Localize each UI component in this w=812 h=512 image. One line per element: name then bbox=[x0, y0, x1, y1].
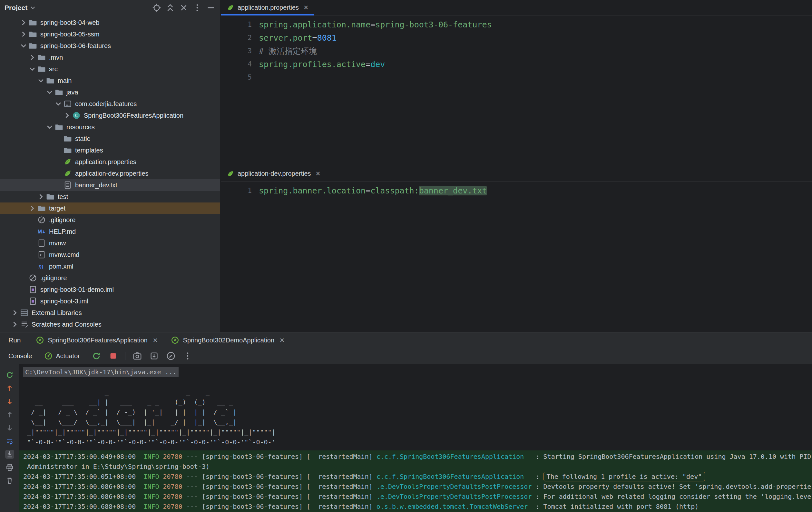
tree-item-com-coderjia-features[interactable]: com.coderjia.features bbox=[0, 98, 220, 110]
editor-line-1[interactable]: 1spring.banner.location=classpath:banner… bbox=[221, 184, 812, 197]
clear-icon[interactable] bbox=[5, 476, 14, 485]
more-vertical-icon[interactable] bbox=[193, 3, 202, 12]
tree-item-target[interactable]: target bbox=[0, 202, 220, 214]
tree-item-application-dev-properties[interactable]: application-dev.properties bbox=[0, 168, 220, 179]
folder-icon bbox=[54, 88, 64, 97]
editor2-content[interactable]: 1spring.banner.location=classpath:banner… bbox=[221, 181, 812, 332]
tree-item-static[interactable]: static bbox=[0, 133, 220, 144]
tree-item-banner-dev-txt[interactable]: banner_dev.txt bbox=[0, 179, 220, 191]
tree-item-mvnw-cmd[interactable]: mvnw.cmd bbox=[0, 249, 220, 260]
arrow-up-icon[interactable] bbox=[5, 384, 14, 393]
camera-icon[interactable] bbox=[133, 351, 142, 361]
code-text: server.port=8081 bbox=[252, 31, 337, 45]
gutter-divider bbox=[257, 16, 257, 166]
editor-line-1[interactable]: 1spring.application.name=spring-boot3-06… bbox=[221, 18, 812, 31]
arrow-up-icon[interactable] bbox=[5, 410, 14, 419]
tree-item-test[interactable]: test bbox=[0, 191, 220, 202]
tree-item-label: static bbox=[72, 135, 90, 143]
rerun-icon[interactable] bbox=[5, 370, 14, 379]
chevron-down-icon[interactable] bbox=[19, 41, 28, 50]
tab-application-dev-properties[interactable]: application-dev.properties ✕ bbox=[221, 166, 326, 181]
chevron-down-icon[interactable] bbox=[28, 64, 37, 74]
chevron-down-icon[interactable] bbox=[29, 4, 36, 11]
toolbar-icons bbox=[91, 351, 193, 361]
chevron-down-icon[interactable] bbox=[36, 76, 46, 85]
tree-item-spring-boot3-01-demo-iml[interactable]: spring-boot3-01-demo.iml bbox=[0, 284, 220, 295]
locate-icon[interactable] bbox=[152, 3, 162, 12]
stop-icon[interactable] bbox=[108, 351, 118, 361]
tree-item-external-libraries[interactable]: External Libraries bbox=[0, 307, 220, 318]
chevron-down-icon[interactable] bbox=[45, 88, 54, 97]
arrow-down-icon[interactable] bbox=[5, 423, 14, 432]
console-tab-label[interactable]: Console bbox=[8, 352, 32, 360]
chevron-down-icon[interactable] bbox=[45, 122, 54, 132]
editor-line-5[interactable]: 5 bbox=[221, 71, 812, 84]
print-icon[interactable] bbox=[5, 463, 14, 472]
tree-item-scratches-and-consoles[interactable]: Scratches and Consoles bbox=[0, 318, 220, 330]
hide-panel-icon[interactable] bbox=[206, 3, 216, 12]
arrow-down-icon[interactable] bbox=[5, 397, 14, 406]
tree-item-label: Scratches and Consoles bbox=[29, 321, 102, 328]
chevron-right-icon[interactable] bbox=[19, 18, 28, 27]
chevron-right-icon[interactable] bbox=[10, 320, 19, 329]
more-vertical-icon[interactable] bbox=[183, 351, 193, 361]
tree-item-label: .gitignore bbox=[47, 216, 76, 224]
close-tab-icon[interactable]: ✕ bbox=[153, 337, 158, 344]
close-icon[interactable] bbox=[179, 3, 188, 12]
collapse-all-icon[interactable] bbox=[165, 3, 175, 12]
tree-item-springboot306featuresapplication[interactable]: CSpringBoot306FeaturesApplication bbox=[0, 110, 220, 121]
tree-item-java[interactable]: java bbox=[0, 86, 220, 98]
tree-item-mvnw[interactable]: mvnw bbox=[0, 237, 220, 249]
tree-item-spring-boot3-04-web[interactable]: spring-boot3-04-web bbox=[0, 17, 220, 28]
close-tab-icon[interactable]: ✕ bbox=[303, 4, 309, 11]
console-command-line[interactable]: C:\DevTools\JDK\jdk-17\bin\java.exe ... bbox=[23, 367, 179, 377]
chevron-right-icon[interactable] bbox=[19, 30, 28, 39]
tree-item-label: mvnw.cmd bbox=[47, 251, 79, 259]
chevron-right-icon[interactable] bbox=[28, 204, 37, 213]
spring-file-icon bbox=[227, 4, 234, 11]
run-tab-springboot306featuresapplication[interactable]: SpringBoot306FeaturesApplication✕ bbox=[36, 336, 158, 344]
folder-icon bbox=[46, 76, 55, 85]
console-output[interactable]: C:\DevTools\JDK\jdk-17\bin\java.exe ... … bbox=[19, 364, 812, 512]
tree-item-src[interactable]: src bbox=[0, 63, 220, 75]
chevron-right-icon[interactable] bbox=[62, 111, 71, 120]
chevron-right-icon[interactable] bbox=[28, 53, 37, 62]
tree-item--gitignore[interactable]: .gitignore bbox=[0, 272, 220, 284]
tree-indent-spacer bbox=[19, 274, 28, 282]
tree-item-main[interactable]: main bbox=[0, 75, 220, 86]
editor1-content[interactable]: 1spring.application.name=spring-boot3-06… bbox=[221, 16, 812, 166]
edit-icon[interactable] bbox=[166, 351, 176, 361]
tree-item-spring-boot-3-iml[interactable]: spring-boot-3.iml bbox=[0, 295, 220, 307]
chevron-right-icon[interactable] bbox=[10, 308, 19, 317]
editor-line-3[interactable]: 3# 激活指定环境 bbox=[221, 45, 812, 58]
editor2-tabbar: application-dev.properties ✕ bbox=[221, 166, 812, 181]
tree-item-pom-xml[interactable]: mpom.xml bbox=[0, 260, 220, 272]
tree-item-resources[interactable]: resources bbox=[0, 121, 220, 133]
tree-item-label: com.coderjia.features bbox=[72, 100, 137, 108]
soft-wrap-icon[interactable] bbox=[5, 436, 14, 446]
scroll-end-icon[interactable] bbox=[5, 450, 14, 459]
console-log-block: 2024-03-17T17:35:00.049+08:00 INFO 20780… bbox=[19, 450, 812, 512]
chevron-down-icon[interactable] bbox=[54, 99, 63, 108]
close-tab-icon[interactable]: ✕ bbox=[316, 170, 321, 177]
log-line: 2024-03-17T17:35:00.086+08:00 INFO 20780… bbox=[23, 492, 812, 502]
chevron-right-icon[interactable] bbox=[36, 192, 46, 201]
actuator-icon bbox=[44, 352, 53, 360]
tree-item--gitignore[interactable]: .gitignore bbox=[0, 214, 220, 226]
editor-line-2[interactable]: 2server.port=8081 bbox=[221, 31, 812, 45]
export-icon[interactable] bbox=[149, 351, 159, 361]
run-tab-springboot302demoapplication[interactable]: SpringBoot302DemoApplication✕ bbox=[171, 336, 285, 344]
tree-indent-spacer bbox=[28, 238, 37, 248]
tab-application-properties[interactable]: application.properties ✕ bbox=[221, 0, 314, 15]
tree-item-spring-boot3-06-features[interactable]: spring-boot3-06-features bbox=[0, 40, 220, 52]
tree-item-help-md[interactable]: MHELP.md bbox=[0, 226, 220, 237]
tree-item--mvn[interactable]: .mvn bbox=[0, 52, 220, 63]
tree-item-application-properties[interactable]: application.properties bbox=[0, 156, 220, 168]
tree-item-templates[interactable]: templates bbox=[0, 144, 220, 156]
close-tab-icon[interactable]: ✕ bbox=[280, 337, 285, 344]
actuator-tab[interactable]: Actuator bbox=[44, 352, 80, 360]
rerun-icon[interactable] bbox=[91, 351, 101, 361]
editor-line-4[interactable]: 4spring.profiles.active=dev bbox=[221, 58, 812, 71]
tree-item-label: spring-boot3-05-ssm bbox=[38, 31, 99, 38]
tree-item-spring-boot3-05-ssm[interactable]: spring-boot3-05-ssm bbox=[0, 28, 220, 40]
